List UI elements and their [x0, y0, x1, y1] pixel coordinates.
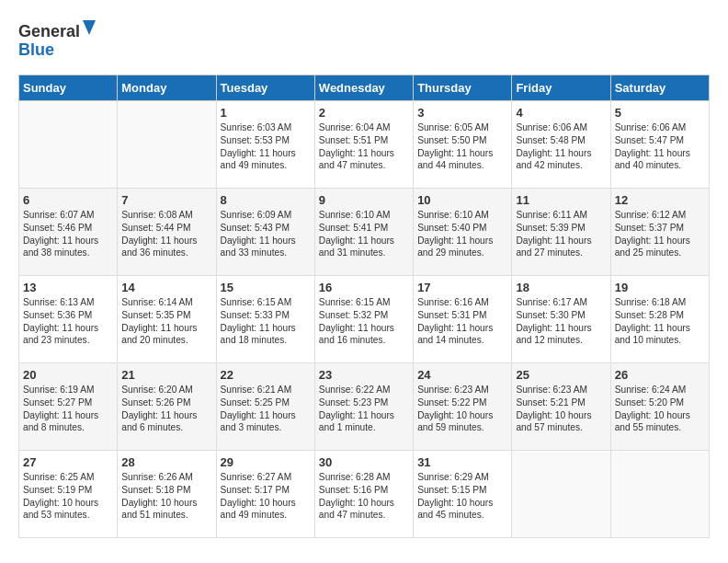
day-info: Sunrise: 6:17 AM Sunset: 5:30 PM Dayligh… [516, 296, 606, 347]
day-number: 19 [615, 281, 705, 294]
header-thursday: Thursday [414, 75, 512, 101]
day-info: Sunrise: 6:03 AM Sunset: 5:53 PM Dayligh… [221, 121, 311, 172]
calendar-cell: 7Sunrise: 6:08 AM Sunset: 5:44 PM Daylig… [118, 189, 216, 276]
day-number: 22 [221, 368, 311, 382]
svg-marker-2 [83, 20, 96, 35]
calendar-cell: 27Sunrise: 6:25 AM Sunset: 5:19 PM Dayli… [19, 451, 118, 538]
day-info: Sunrise: 6:09 AM Sunset: 5:43 PM Dayligh… [221, 209, 311, 259]
calendar-cell: 4Sunrise: 6:06 AM Sunset: 5:48 PM Daylig… [512, 101, 610, 189]
calendar-week-row: 13Sunrise: 6:13 AM Sunset: 5:36 PM Dayli… [19, 276, 710, 363]
calendar-cell: 17Sunrise: 6:16 AM Sunset: 5:31 PM Dayli… [414, 276, 512, 363]
day-info: Sunrise: 6:04 AM Sunset: 5:51 PM Dayligh… [319, 121, 409, 172]
day-number: 15 [221, 281, 311, 294]
day-number: 27 [23, 455, 113, 469]
day-number: 28 [121, 455, 211, 469]
calendar-cell: 3Sunrise: 6:05 AM Sunset: 5:50 PM Daylig… [414, 101, 512, 189]
day-info: Sunrise: 6:23 AM Sunset: 5:22 PM Dayligh… [417, 384, 507, 434]
day-number: 20 [23, 368, 113, 382]
day-info: Sunrise: 6:22 AM Sunset: 5:23 PM Dayligh… [319, 384, 409, 434]
day-info: Sunrise: 6:08 AM Sunset: 5:44 PM Dayligh… [121, 209, 211, 259]
day-info: Sunrise: 6:23 AM Sunset: 5:21 PM Dayligh… [516, 384, 606, 434]
day-number: 24 [417, 368, 507, 382]
day-number: 31 [417, 455, 507, 469]
svg-text:Blue: Blue [18, 40, 54, 59]
calendar-cell: 13Sunrise: 6:13 AM Sunset: 5:36 PM Dayli… [19, 276, 118, 363]
day-number: 11 [516, 193, 606, 207]
calendar-cell: 15Sunrise: 6:15 AM Sunset: 5:33 PM Dayli… [216, 276, 314, 363]
calendar-cell: 16Sunrise: 6:15 AM Sunset: 5:32 PM Dayli… [314, 276, 413, 363]
calendar-cell [512, 451, 610, 538]
day-number: 1 [221, 106, 311, 120]
calendar-cell: 23Sunrise: 6:22 AM Sunset: 5:23 PM Dayli… [314, 363, 413, 451]
day-number: 12 [615, 193, 705, 207]
day-number: 7 [121, 193, 211, 207]
day-info: Sunrise: 6:10 AM Sunset: 5:41 PM Dayligh… [319, 209, 409, 259]
calendar-cell: 26Sunrise: 6:24 AM Sunset: 5:20 PM Dayli… [610, 363, 709, 451]
header-tuesday: Tuesday [216, 75, 314, 101]
calendar-cell: 21Sunrise: 6:20 AM Sunset: 5:26 PM Dayli… [118, 363, 216, 451]
day-number: 4 [516, 106, 606, 120]
day-number: 25 [516, 368, 606, 382]
day-info: Sunrise: 6:28 AM Sunset: 5:16 PM Dayligh… [319, 471, 409, 522]
day-number: 3 [417, 106, 507, 120]
header-monday: Monday [118, 75, 216, 101]
day-info: Sunrise: 6:29 AM Sunset: 5:15 PM Dayligh… [417, 471, 507, 522]
calendar-cell: 29Sunrise: 6:27 AM Sunset: 5:17 PM Dayli… [216, 451, 314, 538]
day-number: 29 [221, 455, 311, 469]
day-info: Sunrise: 6:15 AM Sunset: 5:32 PM Dayligh… [319, 296, 409, 347]
calendar-cell: 19Sunrise: 6:18 AM Sunset: 5:28 PM Dayli… [610, 276, 709, 363]
calendar-cell: 22Sunrise: 6:21 AM Sunset: 5:25 PM Dayli… [216, 363, 314, 451]
day-number: 14 [121, 281, 211, 294]
calendar-cell: 20Sunrise: 6:19 AM Sunset: 5:27 PM Dayli… [19, 363, 118, 451]
calendar-cell: 18Sunrise: 6:17 AM Sunset: 5:30 PM Dayli… [512, 276, 610, 363]
header-wednesday: Wednesday [314, 75, 413, 101]
calendar-cell: 25Sunrise: 6:23 AM Sunset: 5:21 PM Dayli… [512, 363, 610, 451]
svg-text:General: General [18, 22, 80, 40]
calendar-cell: 10Sunrise: 6:10 AM Sunset: 5:40 PM Dayli… [414, 189, 512, 276]
calendar-cell: 30Sunrise: 6:28 AM Sunset: 5:16 PM Dayli… [314, 451, 413, 538]
day-info: Sunrise: 6:16 AM Sunset: 5:31 PM Dayligh… [417, 296, 507, 347]
day-number: 9 [319, 193, 409, 207]
calendar-cell: 28Sunrise: 6:26 AM Sunset: 5:18 PM Dayli… [118, 451, 216, 538]
day-number: 18 [516, 281, 606, 294]
calendar-cell [118, 101, 216, 189]
calendar-cell: 31Sunrise: 6:29 AM Sunset: 5:15 PM Dayli… [414, 451, 512, 538]
calendar-cell: 1Sunrise: 6:03 AM Sunset: 5:53 PM Daylig… [216, 101, 314, 189]
header-saturday: Saturday [610, 75, 709, 101]
logo: GeneralBlue [18, 18, 101, 60]
day-info: Sunrise: 6:26 AM Sunset: 5:18 PM Dayligh… [121, 471, 211, 522]
calendar-cell: 8Sunrise: 6:09 AM Sunset: 5:43 PM Daylig… [216, 189, 314, 276]
calendar-cell: 11Sunrise: 6:11 AM Sunset: 5:39 PM Dayli… [512, 189, 610, 276]
calendar-week-row: 20Sunrise: 6:19 AM Sunset: 5:27 PM Dayli… [19, 363, 710, 451]
day-number: 13 [23, 281, 113, 294]
calendar-cell: 5Sunrise: 6:06 AM Sunset: 5:47 PM Daylig… [610, 101, 709, 189]
day-number: 6 [23, 193, 113, 207]
calendar-week-row: 1Sunrise: 6:03 AM Sunset: 5:53 PM Daylig… [19, 101, 710, 189]
day-number: 26 [615, 368, 705, 382]
day-info: Sunrise: 6:06 AM Sunset: 5:47 PM Dayligh… [615, 121, 705, 172]
calendar-cell [610, 451, 709, 538]
day-info: Sunrise: 6:05 AM Sunset: 5:50 PM Dayligh… [417, 121, 507, 172]
logo-svg: GeneralBlue [18, 18, 101, 60]
day-info: Sunrise: 6:25 AM Sunset: 5:19 PM Dayligh… [23, 471, 113, 522]
day-number: 10 [417, 193, 507, 207]
day-info: Sunrise: 6:20 AM Sunset: 5:26 PM Dayligh… [121, 384, 211, 434]
calendar-cell: 2Sunrise: 6:04 AM Sunset: 5:51 PM Daylig… [314, 101, 413, 189]
calendar-cell: 24Sunrise: 6:23 AM Sunset: 5:22 PM Dayli… [414, 363, 512, 451]
calendar-header-row: SundayMondayTuesdayWednesdayThursdayFrid… [19, 75, 710, 101]
header-friday: Friday [512, 75, 610, 101]
day-number: 21 [121, 368, 211, 382]
day-info: Sunrise: 6:21 AM Sunset: 5:25 PM Dayligh… [221, 384, 311, 434]
day-info: Sunrise: 6:12 AM Sunset: 5:37 PM Dayligh… [615, 209, 705, 259]
day-number: 17 [417, 281, 507, 294]
calendar-cell [19, 101, 118, 189]
day-number: 30 [319, 455, 409, 469]
day-info: Sunrise: 6:19 AM Sunset: 5:27 PM Dayligh… [23, 384, 113, 434]
day-info: Sunrise: 6:18 AM Sunset: 5:28 PM Dayligh… [615, 296, 705, 347]
day-info: Sunrise: 6:24 AM Sunset: 5:20 PM Dayligh… [615, 384, 705, 434]
page-header: GeneralBlue [18, 18, 710, 60]
calendar-week-row: 6Sunrise: 6:07 AM Sunset: 5:46 PM Daylig… [19, 189, 710, 276]
day-info: Sunrise: 6:11 AM Sunset: 5:39 PM Dayligh… [516, 209, 606, 259]
day-info: Sunrise: 6:06 AM Sunset: 5:48 PM Dayligh… [516, 121, 606, 172]
day-number: 5 [615, 106, 705, 120]
